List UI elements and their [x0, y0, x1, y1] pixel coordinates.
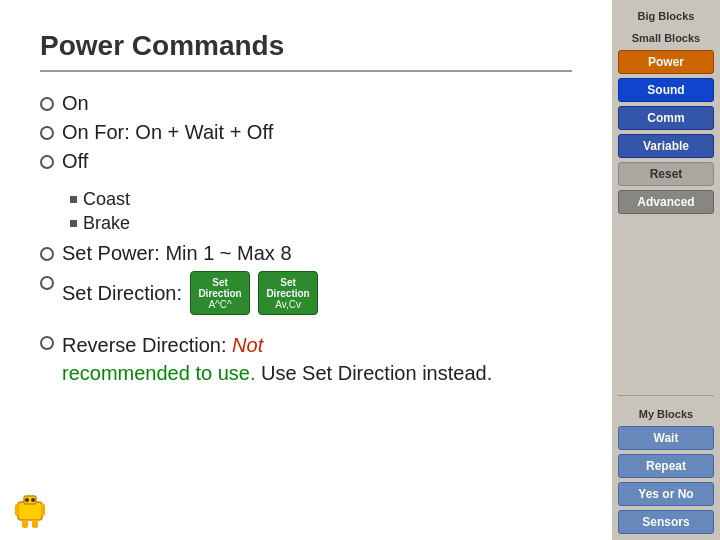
- bullet-circle-set-direction: [40, 276, 54, 290]
- list-item-set-direction: Set Direction: Set Direction A^C^ Set Di…: [40, 271, 572, 315]
- page-title: Power Commands: [40, 30, 572, 62]
- bullet-circle-on-for: [40, 126, 54, 140]
- my-blocks-label: My Blocks: [618, 408, 714, 420]
- svg-rect-5: [41, 504, 45, 516]
- sidebar-btn-variable[interactable]: Variable: [618, 134, 714, 158]
- list-item-on-for: On For: On + Wait + Off: [40, 121, 572, 144]
- list-item-reverse: Reverse Direction: Not recommended to us…: [40, 331, 570, 387]
- sidebar-btn-sensors[interactable]: Sensors: [618, 510, 714, 534]
- list-item-brake-text: Brake: [83, 213, 130, 234]
- reverse-section: Reverse Direction: Not recommended to us…: [40, 331, 570, 387]
- list-item-brake: Brake: [70, 213, 572, 234]
- bullet-circle-set-power: [40, 247, 54, 261]
- reverse-italic: Not: [232, 334, 263, 356]
- list-item-coast-text: Coast: [83, 189, 130, 210]
- list-item-on: On: [40, 92, 572, 115]
- bullet-circle-on: [40, 97, 54, 111]
- reverse-prefix: Reverse Direction:: [62, 334, 232, 356]
- list-item-off: Off: [40, 150, 572, 173]
- sidebar-btn-repeat[interactable]: Repeat: [618, 454, 714, 478]
- sidebar-btn-comm[interactable]: Comm: [618, 106, 714, 130]
- reverse-bullet-list: Reverse Direction: Not recommended to us…: [40, 331, 570, 387]
- direction-btn1-bot: A^C^: [208, 299, 231, 310]
- direction-btn2-bot: Av,Cv: [275, 299, 301, 310]
- set-bullet-list: Set Power: Min 1 ~ Max 8 Set Direction: …: [40, 242, 572, 315]
- reverse-suffix: Use Set Direction instead.: [255, 362, 492, 384]
- main-content: Power Commands On On For: On + Wait + Of…: [0, 0, 612, 540]
- sidebar: Big Blocks Small Blocks Power Sound Comm…: [612, 0, 720, 540]
- big-blocks-label: Big Blocks: [618, 10, 714, 22]
- main-bullet-list: On On For: On + Wait + Off Off: [40, 92, 572, 173]
- direction-btn2-mid: Direction: [266, 288, 309, 299]
- sidebar-btn-advanced[interactable]: Advanced: [618, 190, 714, 214]
- sidebar-spacer: [618, 218, 714, 387]
- list-item-on-for-text: On For: On + Wait + Off: [62, 121, 273, 144]
- sidebar-btn-sound[interactable]: Sound: [618, 78, 714, 102]
- bullet-square-brake: [70, 220, 77, 227]
- list-item-off-text: Off: [62, 150, 88, 173]
- list-item-set-power: Set Power: Min 1 ~ Max 8: [40, 242, 572, 265]
- small-blocks-label: Small Blocks: [618, 32, 714, 44]
- robot-icon: [10, 490, 50, 530]
- sidebar-btn-reset[interactable]: Reset: [618, 162, 714, 186]
- list-item-on-text: On: [62, 92, 89, 115]
- direction-btn-2[interactable]: Set Direction Av,Cv: [258, 271, 318, 315]
- sidebar-btn-wait[interactable]: Wait: [618, 426, 714, 450]
- set-direction-row: Set Direction: Set Direction A^C^ Set Di…: [62, 271, 318, 315]
- bullet-square-coast: [70, 196, 77, 203]
- svg-rect-4: [15, 504, 19, 516]
- reverse-text: Reverse Direction: Not recommended to us…: [62, 331, 492, 387]
- bullet-circle-off: [40, 155, 54, 169]
- list-item-coast: Coast: [70, 189, 572, 210]
- sidebar-btn-yesno[interactable]: Yes or No: [618, 482, 714, 506]
- svg-point-2: [25, 498, 29, 502]
- set-direction-label: Set Direction:: [62, 282, 182, 305]
- divider: [40, 70, 572, 72]
- direction-btn-1[interactable]: Set Direction A^C^: [190, 271, 250, 315]
- sidebar-btn-power[interactable]: Power: [618, 50, 714, 74]
- direction-btn1-mid: Direction: [198, 288, 241, 299]
- direction-btn1-top: Set: [212, 277, 228, 288]
- sidebar-divider: [618, 395, 714, 396]
- svg-point-3: [31, 498, 35, 502]
- direction-btn2-top: Set: [280, 277, 296, 288]
- set-power-text: Set Power: Min 1 ~ Max 8: [62, 242, 292, 265]
- svg-rect-6: [22, 520, 28, 528]
- svg-rect-7: [32, 520, 38, 528]
- bullet-circle-reverse: [40, 336, 54, 350]
- reverse-green: recommended to use.: [62, 362, 255, 384]
- sub-bullet-list: Coast Brake: [70, 189, 572, 234]
